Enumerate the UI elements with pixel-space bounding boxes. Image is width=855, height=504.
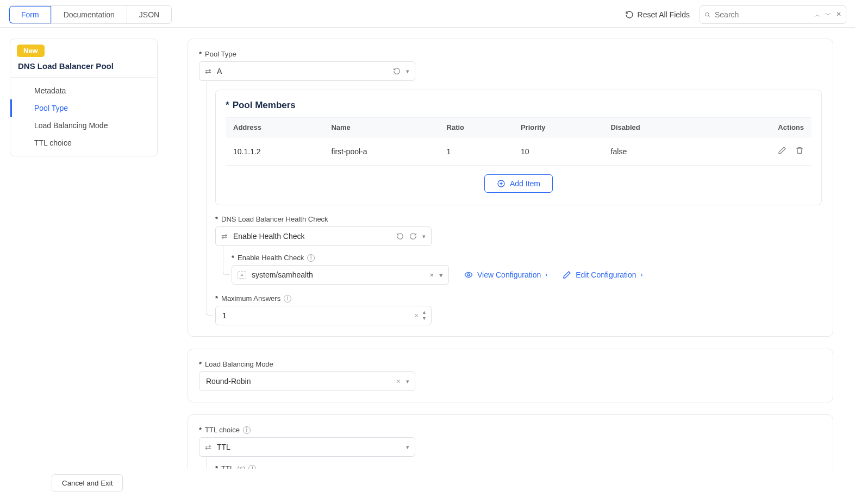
search-prev-icon[interactable]: ︿: [814, 10, 821, 20]
tab-form[interactable]: Form: [9, 6, 52, 23]
health-check-ref-select[interactable]: ≡ system/samhealth × ▾: [232, 265, 449, 285]
sidebar-title: DNS Load Balancer Pool: [10, 61, 157, 78]
pool-members-table: Address Name Ratio Priority Disabled Act…: [226, 117, 812, 166]
ttl-choice-label: *TTL choice i: [199, 426, 822, 434]
switch-icon: ⇄: [205, 443, 211, 451]
switch-icon: ⇄: [205, 67, 211, 75]
tab-documentation[interactable]: Documentation: [52, 6, 127, 23]
max-answers-field[interactable]: × ▲ ▼: [215, 306, 432, 325]
edit-configuration-link[interactable]: Edit Configuration ›: [563, 270, 642, 279]
svg-point-2: [467, 274, 470, 276]
panel-pool-type: *Pool Type ⇄ A ▾ *Pool Members: [188, 39, 833, 337]
lb-mode-label: *Load Balancing Mode: [199, 360, 822, 368]
tab-json[interactable]: JSON: [127, 6, 171, 23]
pencil-icon: [563, 270, 571, 279]
max-answers-input[interactable]: [222, 311, 414, 320]
stepper: ▲ ▼: [422, 310, 427, 321]
chevron-right-icon: ›: [545, 271, 547, 279]
search-close-icon[interactable]: ✕: [836, 10, 841, 20]
undo-icon[interactable]: [393, 67, 401, 75]
enable-hc-label: *Enable Health Check i: [232, 254, 822, 262]
lb-mode-select[interactable]: Round-Robin × ▾: [199, 371, 415, 391]
search-icon: [704, 10, 710, 19]
delete-row-icon[interactable]: [795, 148, 804, 156]
pool-type-select[interactable]: ⇄ A ▾: [199, 61, 415, 81]
undo-icon[interactable]: [396, 232, 404, 240]
sidebar-item-ttl-choice[interactable]: TTL choice: [10, 134, 157, 152]
add-item-label: Add Item: [510, 179, 540, 188]
clear-icon[interactable]: ×: [429, 271, 434, 279]
cell-priority: 10: [513, 137, 603, 166]
add-item-button[interactable]: Add Item: [484, 174, 553, 193]
chevron-down-icon[interactable]: ▾: [422, 233, 426, 240]
max-answers-label: *Maximum Answers i: [215, 294, 822, 303]
pool-type-label: *Pool Type: [199, 50, 822, 58]
chevron-right-icon: ›: [641, 271, 643, 279]
search-next-icon[interactable]: ﹀: [825, 10, 832, 20]
info-icon[interactable]: i: [243, 426, 251, 434]
ttl-choice-value: TTL: [217, 443, 401, 451]
chevron-down-icon[interactable]: ▾: [406, 68, 409, 75]
cancel-and-exit-button[interactable]: Cancel and Exit: [52, 474, 123, 492]
cell-address: 10.1.1.2: [226, 137, 323, 166]
view-configuration-link[interactable]: View Configuration ›: [464, 270, 547, 279]
view-tabs: Form Documentation JSON: [9, 5, 172, 24]
eye-icon: [464, 270, 473, 279]
cell-disabled: false: [603, 137, 704, 166]
step-up-icon[interactable]: ▲: [422, 310, 427, 315]
panel-lb-mode: *Load Balancing Mode Round-Robin × ▾: [188, 349, 833, 402]
refresh-icon[interactable]: [409, 232, 417, 240]
reset-all-fields[interactable]: Reset All Fields: [625, 10, 690, 19]
health-check-value: Enable Health Check: [233, 232, 391, 241]
col-name: Name: [323, 118, 439, 137]
sidebar-item-pool-type[interactable]: Pool Type: [10, 99, 157, 117]
info-icon[interactable]: i: [307, 254, 315, 262]
search-box[interactable]: ︿ ﹀ ✕: [700, 5, 846, 24]
search-input[interactable]: [715, 10, 810, 19]
pool-members-title: *Pool Members: [226, 100, 812, 111]
plus-circle-icon: [497, 179, 505, 188]
pool-type-value: A: [217, 67, 388, 75]
health-check-ref-value: system/samhealth: [252, 270, 424, 279]
col-priority: Priority: [513, 118, 603, 137]
health-check-select[interactable]: ⇄ Enable Health Check ▾: [215, 226, 432, 246]
cell-ratio: 1: [439, 137, 513, 166]
chevron-down-icon[interactable]: ▾: [406, 444, 409, 451]
sidebar-item-metadata[interactable]: Metadata: [10, 82, 157, 99]
sidebar-item-lb-mode[interactable]: Load Balancing Mode: [10, 117, 157, 134]
chevron-down-icon[interactable]: ▾: [439, 271, 443, 279]
ttl-choice-select[interactable]: ⇄ TTL ▾: [199, 437, 415, 457]
col-disabled: Disabled: [603, 118, 704, 137]
lb-mode-value: Round-Robin: [205, 377, 391, 386]
table-row: 10.1.1.2 first-pool-a 1 10 false: [226, 137, 812, 166]
reset-label: Reset All Fields: [638, 10, 690, 19]
clear-icon[interactable]: ×: [396, 377, 401, 386]
col-ratio: Ratio: [439, 118, 513, 137]
chevron-down-icon[interactable]: ▾: [406, 378, 409, 385]
sidebar-nav: New DNS Load Balancer Pool Metadata Pool…: [10, 39, 158, 156]
undo-icon: [625, 10, 634, 19]
col-address: Address: [226, 118, 323, 137]
svg-point-0: [706, 12, 709, 16]
new-badge: New: [17, 45, 45, 57]
switch-icon: ⇄: [221, 232, 228, 241]
edit-row-icon[interactable]: [778, 148, 787, 156]
health-check-label: *DNS Load Balancer Health Check: [215, 215, 822, 223]
cell-name: first-pool-a: [323, 137, 439, 166]
col-actions: Actions: [704, 118, 812, 137]
clear-icon[interactable]: ×: [414, 311, 419, 320]
info-icon[interactable]: i: [284, 295, 291, 303]
ref-icon: ≡: [238, 271, 246, 279]
step-down-icon[interactable]: ▼: [422, 316, 427, 321]
pool-members-panel: *Pool Members Address Name Ratio Priorit…: [215, 90, 822, 205]
